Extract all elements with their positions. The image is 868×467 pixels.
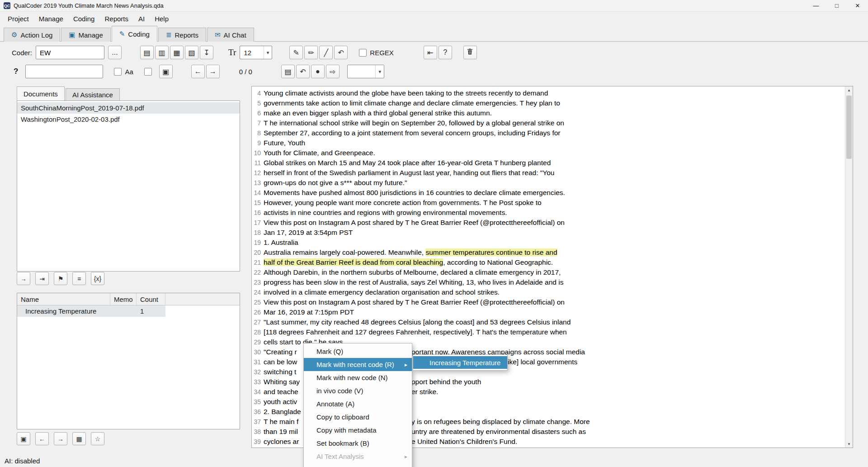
search-input[interactable]: [25, 65, 103, 78]
tab-coding[interactable]: ✎Coding: [112, 26, 157, 42]
help-icon: ?: [443, 48, 447, 57]
document-memo-icon: ≡: [77, 275, 81, 282]
main-tab-bar: ⚙Action Log▣Manage✎Coding≣Reports✉AI Cha…: [4, 26, 255, 42]
status-bar: AI: disabled: [5, 457, 40, 465]
important-star-button[interactable]: ☆: [91, 432, 104, 445]
menu-coding[interactable]: Coding: [68, 13, 100, 24]
menu-help[interactable]: Help: [150, 13, 174, 24]
return-to-text-icon: ⇤: [427, 48, 433, 57]
text-line: 18Jan 17, 2019 at 3:54pm PST: [252, 228, 844, 238]
regex-checkbox[interactable]: [359, 49, 367, 57]
inline-pen-button[interactable]: ╱: [319, 46, 333, 59]
mark-pen-icon: ✎: [293, 48, 299, 57]
context-item-ai-text-analysis: AI Text Analysis▸: [304, 450, 412, 463]
code-memo: [110, 305, 137, 317]
scrollbar-thumb[interactable]: [846, 95, 852, 159]
tab-ai-chat[interactable]: ✉AI Chat: [207, 28, 254, 42]
tab-documents[interactable]: Documents: [17, 86, 65, 100]
menu-ai[interactable]: AI: [133, 13, 150, 24]
help-button[interactable]: ?: [439, 46, 452, 59]
vertical-scrollbar[interactable]: ▲ ▼: [845, 86, 853, 448]
export-button[interactable]: ⇨: [326, 65, 340, 78]
next-document-button[interactable]: →: [17, 272, 30, 285]
next-match-button[interactable]: →: [206, 65, 220, 78]
menu-manage[interactable]: Manage: [34, 13, 68, 24]
text-edit-button[interactable]: ▤: [281, 65, 295, 78]
column-header-count[interactable]: Count: [137, 293, 165, 305]
code-memo-button[interactable]: ▣: [17, 432, 30, 445]
codes-table[interactable]: NameMemoCount Increasing Temperature1: [17, 293, 240, 429]
code-row[interactable]: Increasing Temperature1: [17, 305, 240, 317]
document-item[interactable]: SouthChinaMorningPost_2019-07-18.pdf: [17, 102, 240, 114]
delete-button[interactable]: [463, 46, 477, 59]
column-header-name[interactable]: Name: [17, 293, 110, 305]
previous-coded-button[interactable]: ←: [35, 432, 49, 445]
text-line: 5governments take action to limit climat…: [252, 98, 844, 108]
line-number: 14: [252, 188, 264, 198]
tab-reports[interactable]: ≣Reports: [158, 28, 206, 42]
ai-status-text: AI: disabled: [5, 457, 40, 465]
bookmark-button[interactable]: ⚑: [54, 272, 67, 285]
close-button[interactable]: ✕: [847, 0, 868, 11]
unmark-pen-button[interactable]: ✏: [304, 46, 318, 59]
column-header-memo[interactable]: Memo: [110, 293, 137, 305]
search-nav-buttons: ←→: [191, 65, 221, 78]
case-sensitive-checkbox[interactable]: [114, 68, 122, 76]
previous-match-button[interactable]: ←: [191, 65, 205, 78]
maximize-button[interactable]: □: [826, 0, 847, 11]
document-list[interactable]: SouthChinaMorningPost_2019-07-18.pdfWash…: [17, 100, 240, 272]
text-line: 6make an even bigger splash with a third…: [252, 108, 844, 118]
line-number: 32: [252, 367, 264, 377]
line-number: 5: [252, 98, 264, 108]
show-annotations-button[interactable]: ▧: [185, 46, 198, 59]
mark-pen-button[interactable]: ✎: [289, 46, 303, 59]
context-item-annotate-a[interactable]: Annotate (A): [304, 397, 412, 410]
scroll-down-icon[interactable]: ▼: [845, 440, 853, 448]
text-line: 191. Australia: [252, 238, 844, 248]
menu-reports[interactable]: Reports: [99, 13, 133, 24]
undo-edit-button[interactable]: ↶: [296, 65, 310, 78]
code-filter-combobox[interactable]: ▾: [347, 65, 384, 78]
scroll-up-icon[interactable]: ▲: [845, 86, 853, 94]
submenu-item-increasing-temperature[interactable]: Increasing Temperature: [413, 356, 507, 369]
document-memo-button[interactable]: ≡: [72, 272, 86, 285]
text-line: 7T he international school strike will b…: [252, 118, 844, 128]
show-coded-files-button[interactable]: ▦: [170, 46, 184, 59]
important-pin-button[interactable]: ↧: [200, 46, 213, 59]
return-to-text-button[interactable]: ⇤: [424, 46, 437, 59]
go-to-bookmark-button[interactable]: ⇥: [35, 272, 49, 285]
menu-project[interactable]: Project: [3, 13, 34, 24]
text-line: 11Global strikes on March 15 and May 24 …: [252, 158, 844, 168]
context-item-hide-control-panel-h[interactable]: Hide control panel (H): [304, 463, 412, 467]
line-number: 4: [252, 88, 264, 98]
context-item-set-bookmark-b[interactable]: Set bookmark (B): [304, 437, 412, 450]
text-line: 26Mar 16, 2019 at 7:15pm PDT: [252, 307, 844, 317]
minimize-button[interactable]: —: [806, 0, 826, 11]
line-number: 21: [252, 257, 264, 267]
context-item-copy-to-clipboard[interactable]: Copy to clipboard: [304, 410, 412, 424]
tab-action-log[interactable]: ⚙Action Log: [4, 28, 60, 42]
document-item[interactable]: WashingtonPost_2020-02-03.pdf: [17, 114, 240, 125]
code-attributes-button[interactable]: ▦: [72, 432, 86, 445]
font-size-combobox[interactable]: 12 ▾: [240, 46, 272, 59]
file-memo-button[interactable]: ▥: [155, 46, 169, 59]
coder-more-button[interactable]: ...: [108, 46, 122, 59]
context-item-in-vivo-code-v[interactable]: in vivo code (V): [304, 384, 412, 397]
title-bar: QC QualCoder 2019 Youth Climate March Ne…: [0, 0, 868, 12]
search-all-files-button[interactable]: ▣: [159, 65, 173, 78]
show-files-like-button[interactable]: ▤: [140, 46, 154, 59]
context-item-mark-with-new-code-n[interactable]: Mark with new code (N): [304, 371, 412, 384]
important-pin-icon: ↧: [203, 48, 209, 57]
tab-ai-assistance[interactable]: AI Assistance: [66, 88, 120, 100]
context-item-mark-q[interactable]: Mark (Q): [304, 345, 412, 358]
undo-button[interactable]: ↶: [334, 46, 348, 59]
tab-manage[interactable]: ▣Manage: [61, 28, 110, 42]
coder-input[interactable]: [36, 46, 104, 59]
next-coded-button[interactable]: →: [54, 432, 67, 445]
bookmark-icon: ⚑: [58, 275, 64, 282]
context-item-mark-with-recent-code-r[interactable]: Mark with recent code (R)▸: [304, 358, 412, 371]
code-color-button[interactable]: ●: [311, 65, 325, 78]
context-item-copy-with-metadata[interactable]: Copy with metadata: [304, 424, 412, 437]
search-all-checkbox[interactable]: [144, 68, 152, 76]
file-attributes-button[interactable]: {x}: [91, 272, 104, 285]
